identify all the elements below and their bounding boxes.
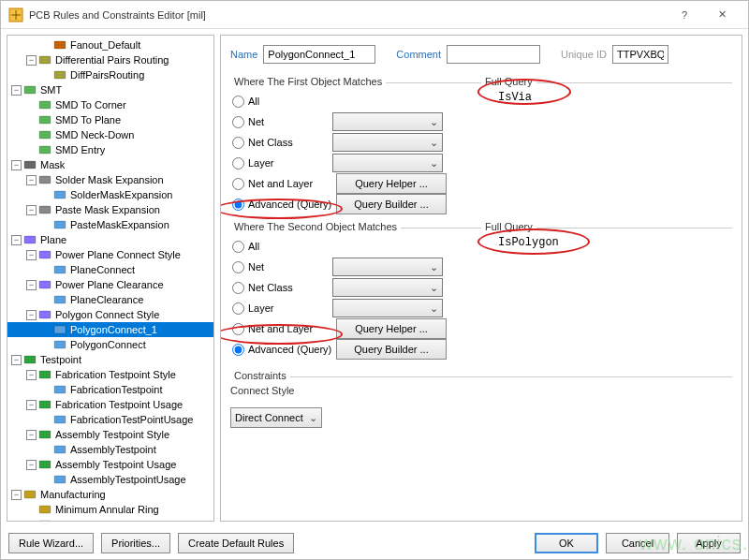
match-radio[interactable] [232,137,244,149]
tree-item[interactable]: SMD To Plane [7,112,213,127]
comment-input[interactable] [447,45,540,64]
tree-item[interactable]: PasteMaskExpansion [7,217,213,232]
svg-rect-24 [54,386,66,393]
tree-item[interactable]: DiffPairsRouting [7,67,213,82]
svg-rect-6 [39,116,51,124]
name-input[interactable] [263,45,375,64]
tree-item[interactable]: PlaneConnect [7,262,213,277]
query-builder-button[interactable]: Query Builder ... [336,194,447,214]
tree-item[interactable]: SMD Neck-Down [7,127,213,142]
tree-item[interactable]: −Assembly Testpoint Usage [7,457,213,472]
query-helper-button[interactable]: Query Helper ... [336,318,447,339]
tree-item[interactable]: −Testpoint [7,352,213,367]
tree-node-icon [38,98,51,111]
tree-item[interactable]: SMD To Corner [7,97,213,112]
tree-node-icon [23,488,37,501]
match-radio[interactable] [232,282,244,294]
tree-expander-icon[interactable]: − [26,430,37,440]
tree-expander-icon[interactable]: − [11,355,22,365]
tree-item[interactable]: FabricationTestpoint [7,382,213,397]
match-radio[interactable] [232,96,244,108]
match-option-label: Advanced (Query) [248,344,332,355]
close-button[interactable]: ✕ [703,1,741,29]
tree-expander-icon[interactable]: − [26,400,37,410]
help-button[interactable]: ? [666,1,703,29]
tree-expander-icon[interactable]: − [26,55,37,66]
tree-expander-icon[interactable]: − [26,460,37,470]
tree-item[interactable]: −Plane [7,232,213,247]
match-radio[interactable] [232,116,244,128]
tree-expander-icon[interactable]: − [26,370,37,380]
match-radio[interactable] [232,323,244,335]
tree-item[interactable]: −Differential Pairs Routing [7,52,213,67]
tree-item[interactable]: −Solder Mask Expansion [7,172,213,187]
tree-expander-icon[interactable]: − [26,205,37,215]
create-default-rules-button[interactable]: Create Default Rules [178,533,294,553]
tree-expander-icon[interactable]: − [26,310,37,320]
apply-button[interactable]: Apply [677,533,741,553]
match-combo[interactable]: ⌄ [332,133,443,152]
query-helper-button[interactable]: Query Helper ... [336,173,447,194]
rule-wizard-button[interactable]: Rule Wizard... [8,533,94,553]
tree-node-label: Mask [38,159,66,170]
tree-item[interactable]: −Paste Mask Expansion [7,202,213,217]
match-combo[interactable]: ⌄ [332,258,443,276]
connect-style-select[interactable]: Direct Connect ⌄ [230,407,322,428]
match-radio[interactable] [232,157,244,169]
match-radio[interactable] [232,178,244,190]
tree-node-label: Paste Mask Expansion [53,204,162,215]
match-combo[interactable]: ⌄ [332,278,443,297]
tree-item[interactable]: Minimum Annular Ring [7,502,213,517]
tree-item[interactable]: SolderMaskExpansion [7,187,213,202]
tree-item[interactable]: −Mask [7,157,213,172]
query-builder-button[interactable]: Query Builder ... [336,339,447,360]
tree-node-icon [53,338,66,351]
tree-item[interactable]: −Power Plane Connect Style [7,247,213,262]
tree-item[interactable]: PolygonConnect [7,337,213,352]
tree-item[interactable]: AssemblyTestpoint [7,442,213,457]
tree-expander-icon[interactable]: − [26,175,37,185]
unique-id-input[interactable] [612,45,668,64]
match-radio[interactable] [232,344,244,356]
tree-expander-icon[interactable]: − [26,280,37,290]
tree-expander-icon[interactable]: − [11,490,22,500]
tree-item[interactable]: −Fabrication Testpoint Usage [7,397,213,412]
priorities-button[interactable]: Priorities... [101,533,170,553]
tree-expander-icon[interactable]: − [11,85,22,96]
tree-item[interactable]: SMD Entry [7,142,213,157]
second-full-query-text[interactable]: IsPolygon [494,232,712,326]
tree-item[interactable]: FabricationTestPointUsage [7,412,213,427]
match-combo[interactable]: ⌄ [332,112,443,131]
tree-expander-icon[interactable]: − [11,235,22,245]
ok-button[interactable]: OK [535,533,598,553]
tree-item[interactable]: Fanout_Default [7,37,213,52]
match-option-label: Net Class [248,137,332,148]
tree-node-icon [38,518,51,521]
tree-item[interactable]: −Fabrication Testpoint Style [7,367,213,382]
tree-item[interactable]: −Polygon Connect Style [7,307,213,322]
tree-expander-icon[interactable]: − [26,250,37,260]
match-radio[interactable] [232,302,244,315]
tree-item[interactable]: PlaneClearance [7,292,213,307]
match-combo[interactable]: ⌄ [332,299,443,317]
svg-rect-5 [39,101,51,109]
tree-item[interactable]: PolygonConnect_1 [7,322,213,337]
match-radio[interactable] [232,261,244,273]
tree-expander-icon[interactable]: − [11,160,22,170]
tree-item[interactable]: Acute Angle [7,517,213,521]
match-radio[interactable] [232,199,244,211]
tree-item[interactable]: AssemblyTestpointUsage [7,472,213,487]
svg-rect-10 [39,176,51,184]
first-full-query-text[interactable]: IsVia [494,87,712,181]
tree-item[interactable]: −SMT [7,82,213,97]
comment-label: Comment [396,49,441,60]
tree-item[interactable]: −Manufacturing [7,487,213,502]
tree-node-icon [53,323,66,336]
tree-item[interactable]: −Assembly Testpoint Style [7,427,213,442]
match-radio[interactable] [232,241,244,253]
cancel-button[interactable]: Cancel [606,533,669,553]
rules-tree[interactable]: Fanout_Default−Differential Pairs Routin… [7,36,213,521]
tree-item[interactable]: −Power Plane Clearance [7,277,213,292]
match-combo[interactable]: ⌄ [332,154,443,172]
tree-node-icon [38,368,51,381]
